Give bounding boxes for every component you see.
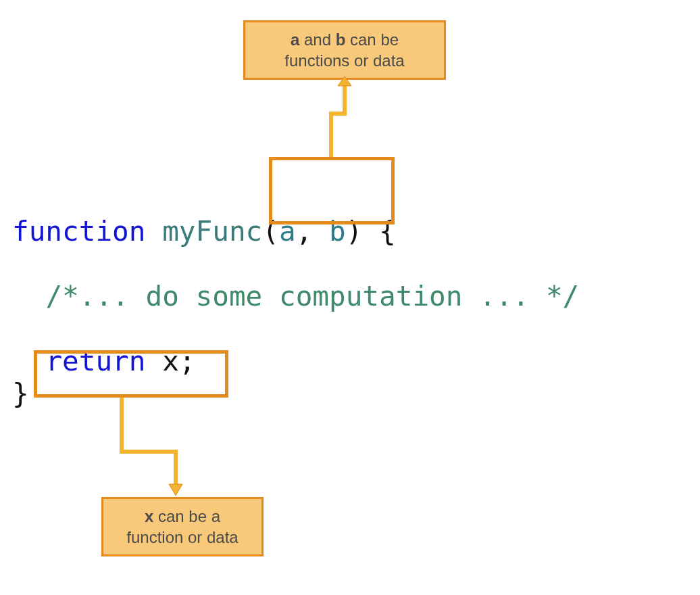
code-line-2: /*... do some computation ... */ [12,280,579,312]
callout-params-mid: and [299,30,335,49]
connector-arrow-top [324,76,365,158]
keyword-function: function [12,215,145,247]
callout-return-rest: can be a function or data [126,507,238,546]
function-name: myFunc [162,215,262,247]
close-brace: } [12,377,29,410]
highlight-return [34,350,228,398]
callout-params: a and b can be functions or data [243,20,446,80]
connector-arrow-bottom [115,398,196,499]
callout-params-bold-a: a [291,30,299,49]
svg-marker-2 [169,484,182,496]
highlight-params [269,157,395,224]
callout-return: x can be a function or data [101,497,264,556]
code-comment: /*... do some computation ... */ [45,280,579,312]
code-line-4: } [12,377,29,410]
callout-params-bold-b: b [336,30,346,49]
callout-return-bold-x: x [145,507,153,525]
